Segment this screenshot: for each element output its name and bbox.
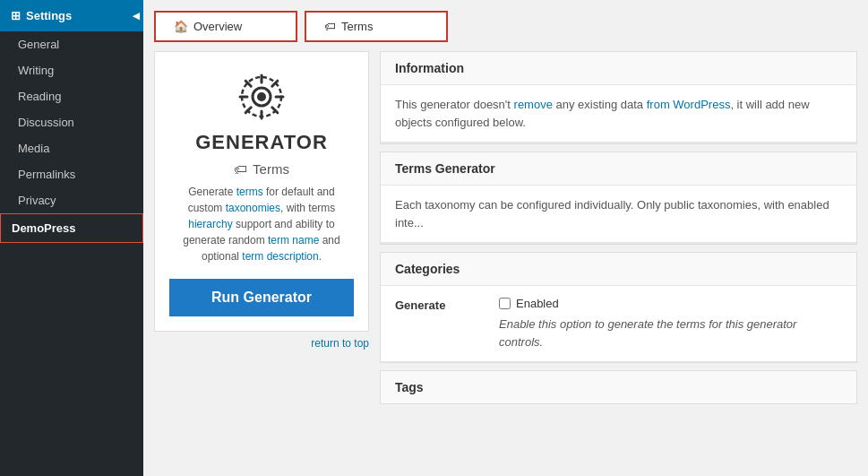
run-generator-button[interactable]: Run Generator (169, 279, 354, 316)
generator-title: GENERATOR (195, 131, 328, 154)
sidebar-item-reading[interactable]: Reading (0, 83, 143, 109)
sidebar-settings-label: Settings (26, 9, 72, 22)
svg-point-1 (257, 92, 266, 101)
enabled-checkbox-row: Enabled (499, 297, 842, 310)
tag-icon-sm: 🏷 (234, 161, 247, 177)
information-section: Information This generator doesn't remov… (380, 51, 857, 144)
sidebar-item-general[interactable]: General (0, 31, 143, 57)
content-area: GENERATOR 🏷 Terms Generate terms for def… (143, 42, 868, 476)
enabled-label: Enabled (516, 297, 559, 310)
settings-icon: ⊞ (11, 9, 21, 22)
categories-generate-row: Generate Enabled Enable this option to g… (381, 286, 856, 362)
tab-bar: 🏠 Overview 🏷 Terms (143, 0, 868, 42)
sidebar-item-privacy[interactable]: Privacy (0, 187, 143, 213)
enabled-checkbox[interactable] (499, 298, 511, 309)
categories-help-text: Enable this option to generate the terms… (499, 310, 842, 351)
categories-section: Categories Generate Enabled Enable this … (380, 252, 857, 363)
sidebar-item-discussion[interactable]: Discussion (0, 109, 143, 135)
right-panel: Information This generator doesn't remov… (380, 51, 857, 467)
tags-header: Tags (381, 371, 856, 403)
tag-icon: 🏷 (324, 20, 336, 33)
home-icon: 🏠 (174, 20, 188, 33)
return-to-top-link[interactable]: return to top (154, 332, 369, 355)
left-panel: GENERATOR 🏷 Terms Generate terms for def… (154, 51, 369, 467)
information-header: Information (381, 52, 856, 85)
terms-badge: 🏷 Terms (234, 161, 289, 177)
sidebar-item-settings[interactable]: ⊞ Settings (0, 0, 143, 31)
tab-terms[interactable]: 🏷 Terms (305, 11, 448, 42)
terms-generator-body: Each taxonomy can be configured individu… (381, 186, 856, 244)
sidebar-item-permalinks[interactable]: Permalinks (0, 161, 143, 187)
tab-overview[interactable]: 🏠 Overview (154, 11, 297, 42)
sidebar-item-demopress[interactable]: DemoPress (0, 213, 143, 243)
generator-card: GENERATOR 🏷 Terms Generate terms for def… (154, 51, 369, 332)
sidebar-item-writing[interactable]: Writing (0, 57, 143, 83)
terms-generator-section: Terms Generator Each taxonomy can be con… (380, 151, 857, 245)
information-body: This generator doesn't remove any existi… (381, 85, 856, 143)
generator-description: Generate terms for default and custom ta… (169, 184, 354, 264)
categories-control: Enabled Enable this option to generate t… (499, 297, 842, 351)
tags-section: Tags (380, 370, 857, 404)
sidebar-item-media[interactable]: Media (0, 135, 143, 161)
gear-icon (235, 70, 288, 124)
generate-label: Generate (395, 297, 485, 312)
sidebar: ⊞ Settings General Writing Reading Discu… (0, 0, 143, 476)
sidebar-sub-menu: General Writing Reading Discussion Media… (0, 31, 143, 213)
categories-header: Categories (381, 253, 856, 286)
terms-generator-header: Terms Generator (381, 152, 856, 186)
main-content: 🏠 Overview 🏷 Terms (143, 0, 868, 476)
